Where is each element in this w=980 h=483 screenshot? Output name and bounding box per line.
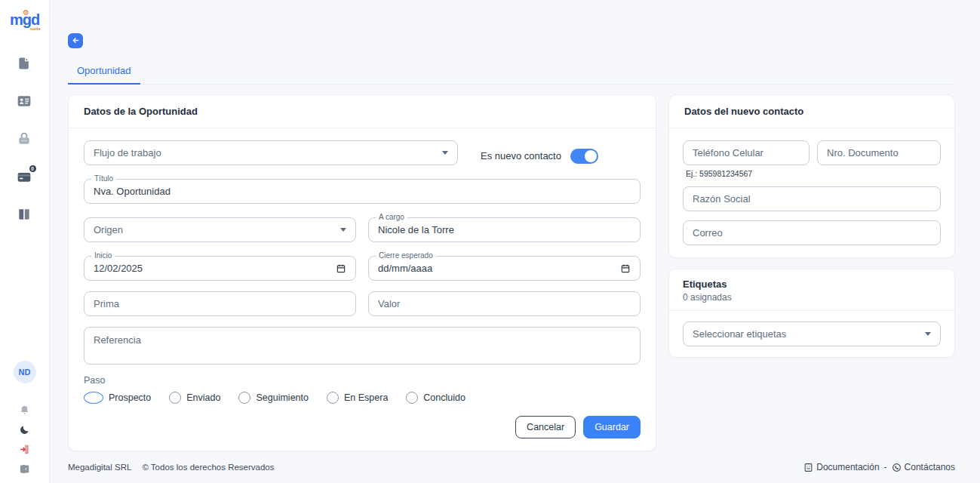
start-date-label: Inicio [91,251,115,260]
chevron-down-icon [442,151,448,155]
title-field-wrapper: Título [84,179,641,204]
logout-icon [19,445,30,457]
sidebar: mgd ⚙ suite 0 ND [0,0,50,483]
bell-icon [19,405,30,418]
sidebar-item-security[interactable] [17,131,33,148]
new-contact-toggle-group: Es nuevo contacto [481,140,598,165]
phone-hint: Ej.: 595981234567 [686,169,941,178]
assignee-input[interactable] [378,224,631,235]
tags-select-placeholder: Seleccionar etiquetas [693,328,786,340]
new-contact-card-title: Datos del nuevo contacto [669,95,954,128]
opportunity-card-title: Datos de la Oportunidad [69,95,656,128]
value-input[interactable] [368,291,641,316]
logout-button[interactable] [19,444,31,456]
cancel-button[interactable]: Cancelar [515,416,576,438]
new-contact-form: Ej.: 595981234567 [669,128,954,257]
sidebar-item-contacts[interactable] [17,94,33,110]
credit-card-icon [17,174,32,186]
title-input[interactable] [94,186,631,197]
notifications-button[interactable] [19,405,31,417]
sidebar-item-catalog[interactable] [17,207,33,223]
step-radio-group: Prospecto Enviado Seguimiento En Espera [84,392,641,404]
toggle-knob [585,150,597,162]
moon-icon [19,425,30,438]
calendar-icon[interactable] [336,263,346,274]
logo-subtext: suite [30,27,41,32]
new-contact-toggle[interactable] [570,149,598,164]
premium-input[interactable] [84,291,356,316]
dark-mode-button[interactable] [19,424,31,436]
tab-bar: Oportunidad [68,60,955,85]
sidebar-nav: 0 [17,56,33,223]
save-button[interactable]: Guardar [583,416,641,438]
footer-copyright: © Todos los derechos Reservados [142,463,274,472]
tags-count: 0 asignadas [683,292,941,303]
tags-card: Etiquetas 0 asignadas Seleccionar etique… [668,269,955,358]
chevron-down-icon [925,332,931,336]
user-avatar[interactable]: ND [14,361,36,383]
sidebar-item-documents[interactable] [17,56,33,72]
assignee-field-label: A cargo [376,213,407,221]
title-field-label: Título [91,174,116,183]
tags-card-header: Etiquetas 0 asignadas [669,269,954,311]
documentation-label: Documentación [816,462,879,472]
file-icon [17,60,32,73]
new-contact-card: Datos del nuevo contacto Ej.: 5959812345… [668,94,955,258]
email-input[interactable] [683,220,941,245]
assignee-field-wrapper: A cargo [368,217,641,242]
start-date-input[interactable] [94,263,336,274]
radio-icon [238,392,250,404]
opportunity-form: Flujo de trabajo Es nuevo contacto Títul… [69,128,656,451]
collapse-sidebar-button[interactable] [19,463,31,475]
phone-input[interactable] [683,140,809,165]
radio-label: Concluido [423,392,465,403]
step-radio-enviado[interactable]: Enviado [169,392,220,404]
documentation-link[interactable]: Documentación [803,462,879,472]
reference-textarea[interactable]: Referencia [84,327,641,365]
app-logo[interactable]: mgd ⚙ suite [10,12,39,27]
chevron-down-icon [340,228,346,232]
opportunity-card: Datos de la Oportunidad Flujo de trabajo… [68,94,656,451]
panel-collapse-icon [19,464,30,477]
form-actions: Cancelar Guardar [84,416,641,438]
phone-circle-icon [892,463,902,472]
sidebar-bottom: ND [14,361,36,475]
radio-icon [406,392,418,404]
right-column: Datos del nuevo contacto Ej.: 5959812345… [668,94,955,358]
footer-company: Megadigital SRL [68,463,131,472]
close-date-field-wrapper: Cierre esperado [368,256,641,281]
step-group-label: Paso [84,375,641,386]
calendar-icon[interactable] [620,263,631,274]
sidebar-item-billing[interactable]: 0 [17,169,33,186]
tab-oportunidad[interactable]: Oportunidad [68,60,140,85]
book-icon [17,211,32,224]
page-footer: Megadigital SRL © Todos los derechos Res… [68,462,955,483]
contact-card-icon [17,98,32,111]
radio-selected-icon [84,392,103,404]
tags-card-title: Etiquetas [683,278,941,290]
lock-icon [17,136,32,149]
origin-select-placeholder: Origen [94,224,123,235]
step-radio-concluido[interactable]: Concluido [406,392,465,404]
document-input[interactable] [817,140,941,165]
workflow-select[interactable]: Flujo de trabajo [84,140,458,165]
company-name-input[interactable] [683,186,941,211]
main-content: Oportunidad Datos de la Oportunidad Fluj… [50,0,980,483]
radio-icon [327,392,339,404]
contact-label: Contáctanos [905,462,955,472]
contact-link[interactable]: Contáctanos [892,462,955,472]
step-radio-en-espera[interactable]: En Espera [327,392,388,404]
step-radio-prospecto[interactable]: Prospecto [84,392,151,404]
tags-select[interactable]: Seleccionar etiquetas [683,321,941,346]
step-radio-seguimiento[interactable]: Seguimiento [238,392,309,404]
arrow-left-icon [72,35,80,47]
reference-placeholder: Referencia [94,334,141,346]
radio-label: Enviado [186,392,220,403]
radio-icon [169,392,181,404]
close-date-input[interactable] [378,263,620,274]
radio-label: En Espera [344,392,388,403]
back-button[interactable] [68,33,83,48]
close-date-label: Cierre esperado [376,251,436,260]
footer-separator: - [884,462,887,472]
origin-select[interactable]: Origen [84,217,356,242]
